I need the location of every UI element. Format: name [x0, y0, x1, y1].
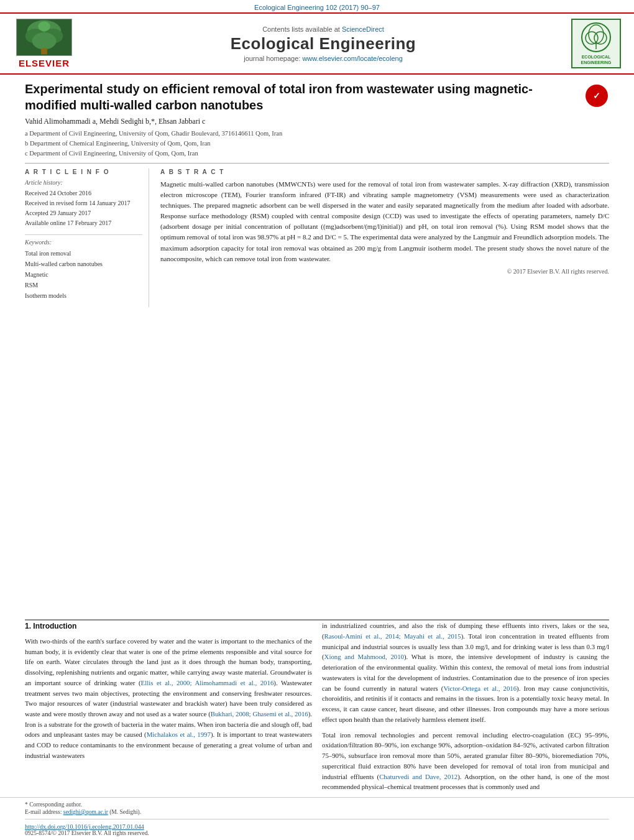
elsevier-brand-text: ELSEVIER	[19, 58, 70, 68]
article-history-block: Article history: Received 24 October 201…	[25, 179, 142, 228]
ref-chaturvedi[interactable]: Chaturvedi and Dave, 2012	[379, 773, 457, 780]
article-content: Experimental study on efficient removal …	[0, 75, 634, 619]
footer-divider	[25, 819, 609, 819]
svg-text:✓: ✓	[593, 91, 600, 101]
journal-title: Ecological Engineering	[231, 34, 416, 53]
body-left-column: 1. Introduction With two-thirds of the e…	[25, 621, 312, 797]
accepted-date: Accepted 29 January 2017	[25, 208, 142, 218]
eco-logo-text: ECOLOGICALENGINEERING	[581, 55, 611, 65]
authors-text: Vahid Alimohammadi a, Mehdi Sedighi b,*,…	[25, 117, 205, 126]
keyword-2: Multi-walled carbon nanotubes	[25, 259, 142, 269]
intro-para-2: in industrialized countries, and also th…	[322, 621, 609, 724]
doi-url[interactable]: http://dx.doi.org/10.1016/j.ecoleng.2017…	[25, 823, 144, 830]
contents-text: Contents lists available at	[262, 25, 340, 33]
abstract-label: A B S T R A C T	[160, 168, 609, 175]
intro-para-1: With two-thirds of the earth's surface c…	[25, 636, 312, 761]
affiliation-c: c Department of Civil Engineering, Unive…	[25, 149, 609, 159]
journal-citation: Ecological Engineering 102 (2017) 90–97	[254, 4, 380, 11]
body-right-column: in industrialized countries, and also th…	[322, 621, 609, 797]
ref-ellis[interactable]: Ellis et al., 2000; Alimohammadi et al.,…	[141, 679, 274, 686]
authors-line: Vahid Alimohammadi a, Mehdi Sedighi b,*,…	[25, 117, 609, 126]
keywords-list: Total iron removal Multi-walled carbon n…	[25, 248, 142, 301]
keywords-label: Keywords:	[25, 239, 142, 246]
journal-logo-right: ECOLOGICALENGINEERING	[568, 19, 624, 68]
corresponding-star: * Corresponding author.	[25, 801, 82, 808]
homepage-url[interactable]: www.elsevier.com/locate/ecoleng	[302, 55, 402, 62]
article-footer: * Corresponding author. E-mail address: …	[0, 797, 634, 840]
keywords-block: Keywords: Total iron removal Multi-walle…	[25, 239, 142, 301]
keyword-4: RSM	[25, 280, 142, 290]
page: Ecological Engineering 102 (2017) 90–97 …	[0, 0, 634, 840]
email-note: E-mail address: sedighi@qom.ac.ir (M. Se…	[25, 809, 609, 815]
corresponding-author-note: * Corresponding author.	[25, 801, 609, 808]
keyword-3: Magnetic	[25, 269, 142, 280]
article-info-column: A R T I C L E I N F O Article history: R…	[25, 168, 149, 307]
keyword-5: Isotherm models	[25, 290, 142, 301]
contents-line: Contents lists available at ScienceDirec…	[262, 25, 384, 33]
elsevier-logo: ELSEVIER	[10, 19, 78, 68]
abstract-text: Magnetic multi-walled carbon nanotubes (…	[160, 179, 609, 264]
crossmark-svg: ✓	[588, 87, 605, 104]
tree-icon	[17, 19, 71, 56]
article-title: Experimental study on efficient removal …	[25, 81, 578, 113]
article-history-title: Article history:	[25, 179, 142, 186]
abstract-column: A B S T R A C T Magnetic multi-walled ca…	[160, 168, 609, 307]
elsevier-tree-image	[16, 19, 72, 56]
ref-rasoul[interactable]: Rasoul-Amini et al., 2014; Mayahi et al.…	[324, 632, 461, 640]
affiliation-a: a Department of Civil Engineering, Unive…	[25, 129, 609, 139]
email-label: E-mail address:	[25, 809, 62, 815]
top-bar: Ecological Engineering 102 (2017) 90–97	[0, 0, 634, 12]
svg-rect-5	[41, 48, 47, 55]
eco-logo-box: ECOLOGICALENGINEERING	[571, 19, 621, 68]
crossmark-icon: ✓	[584, 83, 609, 108]
email-link[interactable]: sedighi@qom.ac.ir	[63, 809, 108, 815]
ref-bukhari[interactable]: Bukhari, 2008; Ghasemi et al., 2016	[211, 710, 308, 718]
email-author: (M. Sedighi).	[109, 809, 141, 815]
doi-link: http://dx.doi.org/10.1016/j.ecoleng.2017…	[25, 823, 609, 830]
journal-header: ELSEVIER Contents lists available at Sci…	[0, 12, 634, 75]
journal-center: Contents lists available at ScienceDirec…	[85, 19, 562, 68]
intro-para-3: Total iron removal technologies and perc…	[322, 730, 609, 792]
section1-heading: 1. Introduction	[25, 621, 312, 632]
sciencedirect-link[interactable]: ScienceDirect	[342, 25, 384, 33]
homepage-text: journal homepage:	[244, 55, 300, 62]
svg-point-8	[589, 25, 604, 44]
affiliation-b: b Department of Chemical Engineering, Un…	[25, 139, 609, 149]
ref-michalakos[interactable]: Michalakos et al., 1997	[147, 731, 211, 738]
article-title-section: Experimental study on efficient removal …	[25, 81, 609, 113]
crossmark-symbol: ✓	[586, 85, 608, 107]
homepage-line: journal homepage: www.elsevier.com/locat…	[244, 55, 403, 62]
received-date: Received 24 October 2016	[25, 188, 142, 198]
svg-point-6	[38, 22, 50, 32]
abstract-content: Magnetic multi-walled carbon nanotubes (…	[160, 180, 609, 262]
received-revised-date: Received in revised form 14 January 2017	[25, 198, 142, 208]
issn-text: 0925-8574/© 2017 Elsevier B.V. All right…	[25, 830, 609, 836]
keyword-1: Total iron removal	[25, 248, 142, 259]
affiliations: a Department of Civil Engineering, Unive…	[25, 129, 609, 158]
copyright: © 2017 Elsevier B.V. All rights reserved…	[160, 268, 609, 275]
body-section: 1. Introduction With two-thirds of the e…	[0, 621, 634, 797]
ref-victor[interactable]: Victor-Ortega et al., 2016	[443, 685, 517, 692]
article-info-label: A R T I C L E I N F O	[25, 168, 142, 175]
info-abstract-section: A R T I C L E I N F O Article history: R…	[25, 163, 609, 307]
ref-xiong[interactable]: Xiong and Mahmood, 2010	[324, 653, 404, 660]
available-online-date: Available online 17 February 2017	[25, 218, 142, 228]
svg-point-4	[32, 32, 56, 49]
info-divider	[25, 234, 142, 235]
eco-logo-image	[581, 22, 612, 53]
